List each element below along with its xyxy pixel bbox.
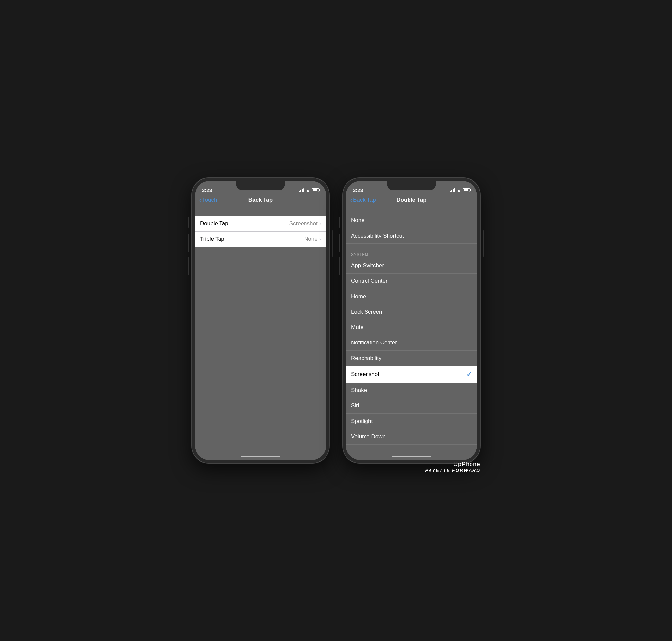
phone-right-screen: 3:23 ▲ — [346, 181, 477, 460]
notch-right — [387, 181, 436, 190]
option-shake[interactable]: Shake — [346, 383, 477, 398]
double-tap-label: Double Tap — [200, 220, 228, 227]
double-tap-options-top: None Accessibility Shortcut — [346, 213, 477, 244]
option-reachability[interactable]: Reachability — [346, 351, 477, 366]
option-siri[interactable]: Siri — [346, 398, 477, 414]
status-icons-right: ▲ — [450, 188, 470, 193]
signal-icon-right — [450, 188, 455, 192]
phone-right: 3:23 ▲ — [342, 178, 480, 463]
option-notification-center-label: Notification Center — [351, 340, 397, 346]
notch-left — [236, 181, 285, 190]
back-tap-list: Double Tap Screenshot › Triple Tap None … — [195, 216, 326, 247]
back-chevron-right: ‹ — [350, 197, 352, 204]
option-spotlight[interactable]: Spotlight — [346, 414, 477, 429]
nav-title-left: Back Tap — [248, 197, 273, 203]
double-tap-row[interactable]: Double Tap Screenshot › — [195, 216, 326, 232]
volume-down-button — [188, 257, 189, 275]
time-right: 3:23 — [353, 187, 363, 193]
option-app-switcher-label: App Switcher — [351, 262, 384, 269]
volume-up-button — [188, 234, 189, 252]
scene: 3:23 ▲ — [192, 178, 480, 463]
double-tap-value-text: Screenshot — [290, 220, 318, 227]
home-indicator-right — [392, 456, 431, 457]
nav-bar-right: ‹ Back Tap Double Tap — [346, 195, 477, 206]
system-section-header: SYSTEM — [346, 250, 477, 258]
phone-left: 3:23 ▲ — [192, 178, 330, 463]
power-button-right — [483, 230, 484, 257]
volume-down-button-right — [339, 257, 340, 275]
phone-left-content: Double Tap Screenshot › Triple Tap None … — [195, 206, 326, 460]
option-control-center-label: Control Center — [351, 278, 388, 284]
option-lock-screen-label: Lock Screen — [351, 309, 382, 315]
option-screenshot-label: Screenshot — [351, 371, 379, 378]
signal-icon-left — [299, 188, 305, 192]
phone-right-content: None Accessibility Shortcut SYSTEM App S… — [346, 206, 477, 460]
back-chevron-left: ‹ — [200, 197, 201, 204]
option-shake-label: Shake — [351, 387, 367, 394]
time-left: 3:23 — [202, 187, 212, 193]
mute-button-right — [339, 217, 340, 228]
option-screenshot[interactable]: Screenshot ✓ — [346, 366, 477, 383]
triple-tap-value: None › — [304, 236, 321, 243]
option-accessibility-label: Accessibility Shortcut — [351, 233, 404, 239]
option-app-switcher[interactable]: App Switcher — [346, 258, 477, 274]
triple-tap-value-text: None — [304, 236, 318, 243]
volume-up-button-right — [339, 234, 340, 252]
wifi-icon-left: ▲ — [306, 188, 310, 193]
status-icons-left: ▲ — [299, 188, 319, 193]
nav-title-right: Double Tap — [397, 197, 426, 203]
triple-tap-label: Triple Tap — [200, 236, 225, 243]
option-volume-down[interactable]: Volume Down — [346, 429, 477, 445]
mute-button — [188, 217, 189, 228]
option-volume-down-label: Volume Down — [351, 433, 386, 440]
triple-tap-row[interactable]: Triple Tap None › — [195, 232, 326, 247]
checkmark-icon: ✓ — [466, 370, 472, 378]
double-tap-chevron: › — [319, 221, 321, 227]
wifi-icon-right: ▲ — [457, 188, 461, 193]
option-spotlight-label: Spotlight — [351, 418, 373, 424]
option-none[interactable]: None — [346, 213, 477, 228]
option-siri-label: Siri — [351, 403, 359, 409]
option-accessibility-shortcut[interactable]: Accessibility Shortcut — [346, 228, 477, 244]
double-tap-options-system: SYSTEM App Switcher Control Center Home … — [346, 250, 477, 445]
option-none-label: None — [351, 217, 365, 224]
option-notification-center[interactable]: Notification Center — [346, 335, 477, 351]
option-home-label: Home — [351, 293, 366, 300]
home-indicator-left — [241, 456, 280, 457]
watermark-line2: PAYETTE FORWARD — [425, 468, 480, 473]
back-label-right: Back Tap — [353, 197, 376, 203]
option-control-center[interactable]: Control Center — [346, 274, 477, 289]
double-tap-value: Screenshot › — [290, 220, 321, 227]
back-button-right[interactable]: ‹ Back Tap — [350, 197, 376, 204]
battery-icon-right — [463, 188, 470, 192]
option-mute[interactable]: Mute — [346, 320, 477, 335]
option-mute-label: Mute — [351, 324, 364, 331]
option-reachability-label: Reachability — [351, 355, 381, 362]
watermark-line1: UpPhone — [425, 461, 480, 468]
watermark: UpPhone PAYETTE FORWARD — [425, 461, 480, 473]
battery-icon-left — [312, 188, 319, 192]
back-button-left[interactable]: ‹ Touch — [200, 197, 217, 204]
nav-bar-left: ‹ Touch Back Tap — [195, 195, 326, 206]
phone-left-screen: 3:23 ▲ — [195, 181, 326, 460]
triple-tap-chevron: › — [319, 236, 321, 242]
option-lock-screen[interactable]: Lock Screen — [346, 304, 477, 320]
option-home[interactable]: Home — [346, 289, 477, 304]
back-label-left: Touch — [202, 197, 217, 203]
power-button — [332, 230, 333, 257]
